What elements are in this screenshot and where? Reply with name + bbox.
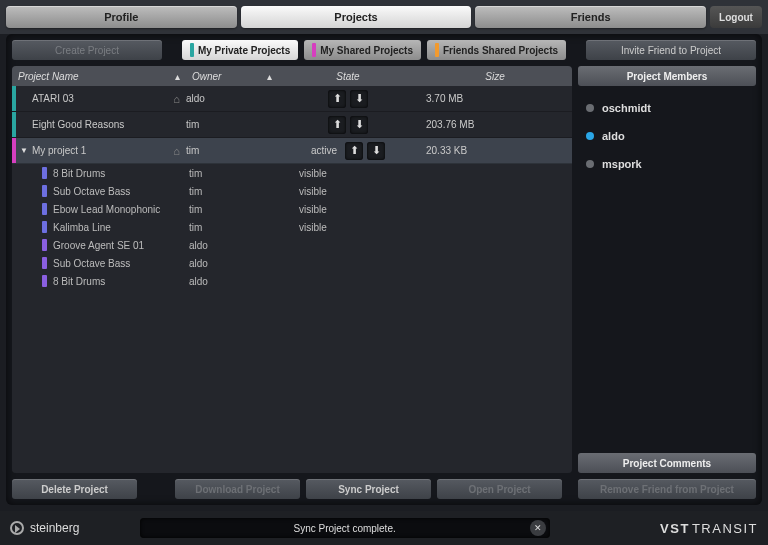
footer: steinberg Sync Project complete. ✕ VST T… (0, 511, 768, 545)
members-header[interactable]: Project Members (578, 66, 756, 86)
track-state: visible (281, 222, 421, 233)
logout-button[interactable]: Logout (710, 6, 762, 28)
track-color-icon (42, 221, 47, 233)
col-size[interactable]: Size (418, 66, 572, 86)
track-state: visible (281, 186, 421, 197)
brand-vst: VST (660, 521, 690, 536)
track-owner: aldo (189, 240, 281, 251)
status-dot-icon (586, 104, 594, 112)
bottom-actions: Delete Project Download Project Sync Pro… (12, 479, 756, 499)
main-panel: Create Project My Private Projects My Sh… (6, 34, 762, 505)
download-icon[interactable]: ⬇ (350, 90, 368, 108)
member-list: oschmidtaldomspork (578, 86, 756, 453)
track-owner: tim (189, 222, 281, 233)
track-row[interactable]: 8 Bit Drums tim visible (12, 164, 572, 182)
sidebar: Project Members oschmidtaldomspork Proje… (578, 66, 756, 473)
project-owner: tim (186, 145, 278, 156)
track-color-icon (42, 167, 47, 179)
col-state[interactable]: State (278, 66, 418, 86)
track-color-icon (42, 203, 47, 215)
filter-friends-label: Friends Shared Projects (443, 45, 558, 56)
project-body[interactable]: ATARI 03 ⌂ aldo ⬆ ⬇ 3.70 MB Eight Good R… (12, 86, 572, 473)
track-name: Ebow Lead Monophonic (53, 204, 189, 215)
track-color-icon (42, 239, 47, 251)
open-project-button[interactable]: Open Project (437, 479, 562, 499)
sync-project-button[interactable]: Sync Project (306, 479, 431, 499)
project-owner: aldo (186, 93, 278, 104)
tab-friends[interactable]: Friends (475, 6, 706, 28)
member-name: aldo (602, 130, 625, 142)
track-row[interactable]: Sub Octave Bass aldo (12, 254, 572, 272)
track-row[interactable]: Sub Octave Bass tim visible (12, 182, 572, 200)
project-size: 203.76 MB (418, 119, 572, 130)
track-row[interactable]: Groove Agent SE 01 aldo (12, 236, 572, 254)
project-size: 3.70 MB (418, 93, 572, 104)
status-close-icon[interactable]: ✕ (530, 520, 546, 536)
upload-icon[interactable]: ⬆ (345, 142, 363, 160)
status-bar: Sync Project complete. ✕ (140, 518, 550, 538)
create-project-button[interactable]: Create Project (12, 40, 162, 60)
download-icon[interactable]: ⬇ (367, 142, 385, 160)
track-color-icon (42, 257, 47, 269)
home-icon: ⌂ (173, 145, 180, 157)
status-text: Sync Project complete. (293, 523, 395, 534)
member-item[interactable]: aldo (586, 122, 748, 150)
track-owner: tim (189, 186, 281, 197)
project-name: Eight Good Reasons (32, 119, 124, 130)
track-name: 8 Bit Drums (53, 276, 189, 287)
home-icon: ⌂ (173, 93, 180, 105)
track-name: Groove Agent SE 01 (53, 240, 189, 251)
project-name: ATARI 03 (32, 93, 74, 104)
delete-project-button[interactable]: Delete Project (12, 479, 137, 499)
filter-shared-projects[interactable]: My Shared Projects (304, 40, 421, 60)
comments-header[interactable]: Project Comments (578, 453, 756, 473)
project-row[interactable]: Eight Good Reasons tim ⬆ ⬇ 203.76 MB (12, 112, 572, 138)
track-owner: aldo (189, 258, 281, 269)
col-owner[interactable]: Owner▴ (186, 66, 278, 86)
brand-left-text: steinberg (30, 521, 79, 535)
filter-private-label: My Private Projects (198, 45, 290, 56)
member-item[interactable]: oschmidt (586, 94, 748, 122)
filter-friends-projects[interactable]: Friends Shared Projects (427, 40, 566, 60)
top-tabs: Profile Projects Friends Logout (0, 0, 768, 34)
content-row: Project Name▴ Owner▴ State Size ATARI 03… (12, 66, 756, 473)
project-size: 20.33 KB (418, 145, 572, 156)
tab-projects[interactable]: Projects (241, 6, 472, 28)
track-state: visible (281, 204, 421, 215)
upload-icon[interactable]: ⬆ (328, 90, 346, 108)
brand-transit: TRANSIT (692, 521, 758, 536)
steinberg-logo-icon (10, 521, 24, 535)
toolbar: Create Project My Private Projects My Sh… (12, 40, 756, 60)
project-owner: tim (186, 119, 278, 130)
track-owner: aldo (189, 276, 281, 287)
expand-icon[interactable]: ▼ (20, 146, 28, 155)
col-name[interactable]: Project Name▴ (12, 66, 186, 86)
download-icon[interactable]: ⬇ (350, 116, 368, 134)
track-name: Kalimba Line (53, 222, 189, 233)
track-row[interactable]: 8 Bit Drums aldo (12, 272, 572, 290)
brand-steinberg: steinberg (10, 521, 79, 535)
member-item[interactable]: mspork (586, 150, 748, 178)
filter-swatch-icon (435, 43, 439, 57)
track-name: Sub Octave Bass (53, 186, 189, 197)
project-row[interactable]: ▼ My project 1 ⌂ tim active ⬆ ⬇ 20.33 KB (12, 138, 572, 164)
project-state: active (311, 145, 337, 156)
upload-icon[interactable]: ⬆ (328, 116, 346, 134)
brand-vst-transit: VST TRANSIT (660, 521, 758, 536)
track-row[interactable]: Ebow Lead Monophonic tim visible (12, 200, 572, 218)
tab-profile[interactable]: Profile (6, 6, 237, 28)
track-name: Sub Octave Bass (53, 258, 189, 269)
project-row[interactable]: ATARI 03 ⌂ aldo ⬆ ⬇ 3.70 MB (12, 86, 572, 112)
filter-private-projects[interactable]: My Private Projects (182, 40, 298, 60)
track-owner: tim (189, 168, 281, 179)
invite-friend-button[interactable]: Invite Friend to Project (586, 40, 756, 60)
download-project-button[interactable]: Download Project (175, 479, 300, 499)
member-name: mspork (602, 158, 642, 170)
status-dot-icon (586, 160, 594, 168)
project-header: Project Name▴ Owner▴ State Size (12, 66, 572, 86)
app-root: Profile Projects Friends Logout Create P… (0, 0, 768, 545)
track-state: visible (281, 168, 421, 179)
track-row[interactable]: Kalimba Line tim visible (12, 218, 572, 236)
remove-friend-button[interactable]: Remove Friend from Project (578, 479, 756, 499)
status-dot-icon (586, 132, 594, 140)
